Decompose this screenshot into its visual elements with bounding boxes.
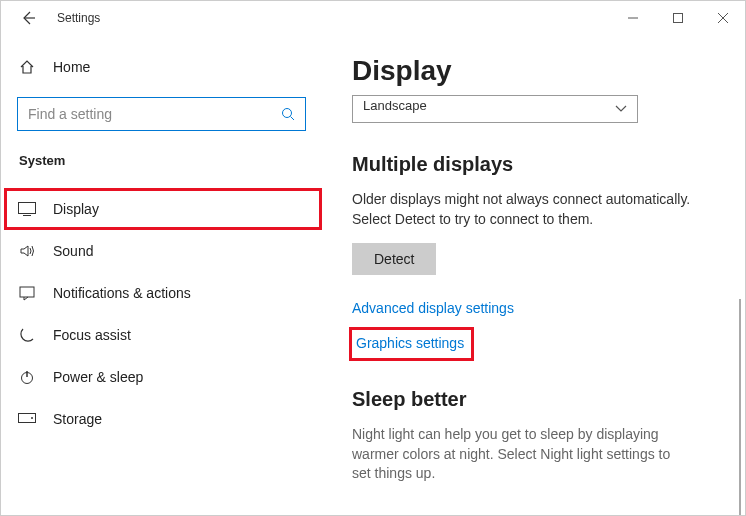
svg-rect-1 [673, 14, 682, 23]
app-title: Settings [57, 11, 100, 25]
graphics-settings-link[interactable]: Graphics settings [356, 335, 464, 351]
svg-rect-8 [20, 287, 34, 297]
chevron-down-icon [615, 105, 627, 113]
window-controls [610, 3, 745, 33]
sidebar-item-label: Focus assist [53, 327, 131, 343]
close-button[interactable] [700, 3, 745, 33]
highlight-annotation [4, 188, 322, 230]
maximize-button[interactable] [655, 3, 700, 33]
search-icon [281, 107, 295, 121]
sidebar: Home System Display Sound Notificati [1, 35, 322, 515]
sidebar-home[interactable]: Home [17, 49, 306, 85]
sidebar-item-label: Notifications & actions [53, 285, 191, 301]
scrollbar[interactable] [739, 299, 741, 516]
search-input[interactable] [28, 106, 281, 122]
multiple-displays-body: Older displays might not always connect … [352, 190, 692, 229]
svg-point-12 [31, 417, 33, 419]
sidebar-nav: Display Sound Notifications & actions Fo… [1, 188, 322, 440]
svg-line-5 [291, 117, 295, 121]
main-content: Display Landscape Multiple displays Olde… [322, 35, 745, 515]
dropdown-value: Landscape [363, 98, 427, 113]
advanced-display-link[interactable]: Advanced display settings [352, 300, 514, 316]
power-icon [17, 369, 37, 385]
sidebar-item-display[interactable]: Display [1, 188, 322, 230]
sidebar-item-label: Sound [53, 243, 93, 259]
detect-button[interactable]: Detect [352, 243, 436, 275]
sidebar-home-label: Home [53, 59, 90, 75]
search-box[interactable] [17, 97, 306, 131]
minimize-button[interactable] [610, 3, 655, 33]
sleep-better-body: Night light can help you get to sleep by… [352, 425, 692, 484]
multiple-displays-heading: Multiple displays [352, 153, 745, 176]
sidebar-item-label: Power & sleep [53, 369, 143, 385]
sidebar-section-label: System [17, 153, 306, 168]
storage-icon [17, 413, 37, 425]
sidebar-item-label: Storage [53, 411, 102, 427]
sound-icon [17, 243, 37, 259]
home-icon [17, 59, 37, 75]
back-button[interactable] [13, 3, 43, 33]
sidebar-item-storage[interactable]: Storage [1, 398, 322, 440]
sidebar-item-power-sleep[interactable]: Power & sleep [1, 356, 322, 398]
svg-point-4 [283, 109, 292, 118]
sidebar-item-focus-assist[interactable]: Focus assist [1, 314, 322, 356]
orientation-dropdown[interactable]: Landscape [352, 95, 638, 123]
sleep-better-heading: Sleep better [352, 388, 745, 411]
focus-assist-icon [17, 327, 37, 343]
svg-rect-6 [19, 203, 36, 214]
sidebar-item-label: Display [53, 201, 99, 217]
sidebar-item-sound[interactable]: Sound [1, 230, 322, 272]
page-title: Display [352, 55, 745, 87]
display-icon [17, 202, 37, 216]
sidebar-item-notifications[interactable]: Notifications & actions [1, 272, 322, 314]
notifications-icon [17, 285, 37, 301]
titlebar: Settings [1, 1, 745, 35]
